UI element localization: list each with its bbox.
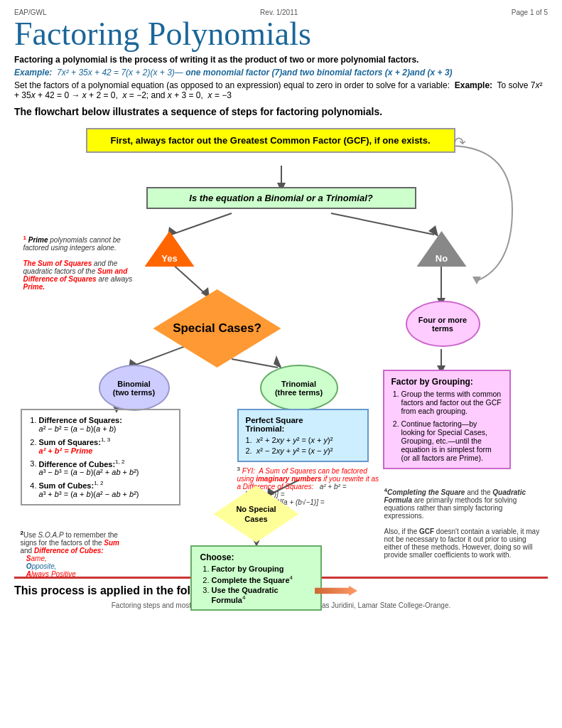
binomial-item-1: Difference of Squares: a² − b² = (a − b)… xyxy=(39,416,173,433)
yes-label: Yes xyxy=(145,231,195,267)
choose-title: Choose: xyxy=(200,552,312,562)
always-positive: Positive xyxy=(51,570,76,578)
binomial-label: Binomial xyxy=(113,380,155,388)
binomial-sublabel: (two terms) xyxy=(113,388,155,397)
intro-example: Example: 7x² + 35x + 42 = 7(x + 2)(x + 3… xyxy=(14,68,548,77)
intro-line1: Factoring a polynomial is the process of… xyxy=(14,55,548,65)
no-special-cases-diamond: No SpecialCases xyxy=(214,486,299,542)
intro-set: Set the factors of a polynomial equation… xyxy=(14,80,548,100)
trinomial-oval: Trinomial (three terms) xyxy=(260,365,338,411)
footnote2: 2Use S.O.A.P to remember the signs for t… xyxy=(21,530,131,578)
perfect-square-box: Perfect SquareTrinomial: 1. x² + 2xy + y… xyxy=(237,409,372,462)
gcf-text: First, always factor out the Greatest Co… xyxy=(110,135,430,146)
perfect-square-title: Perfect SquareTrinomial: xyxy=(246,416,360,433)
grouping-box: Factor by Grouping: Group the terms with… xyxy=(383,370,511,469)
footnote1: 1 Prime polynomials cannot be factored u… xyxy=(23,235,134,291)
trinomial-label: Trinomial xyxy=(275,380,323,388)
grouping-title: Factor by Grouping: xyxy=(391,377,502,387)
footnote4: 4Completing the Square and the Quadratic… xyxy=(384,487,544,559)
binomial-list: Difference of Squares: a² − b² = (a − b)… xyxy=(21,409,180,505)
header-right: Page 1 of 5 xyxy=(512,9,548,16)
flowchart-heading: The flowchart below illustrates a sequen… xyxy=(14,106,548,117)
four-terms-label: Four or more xyxy=(418,316,467,324)
binomial-item-3: Difference of Cubes:1, 2 a³ − b³ = (a − … xyxy=(39,459,173,477)
perfect-sq-item1: 1. x² + 2xy + y² = (x + y)² xyxy=(246,436,360,444)
gcf-loop-arrow: ↷ xyxy=(454,134,466,151)
perfect-sq-item2: 2. x² − 2xy + y² = (x − y)² xyxy=(246,446,360,455)
choose-item3: Use the QuadraticFormula4 xyxy=(212,586,312,604)
trinomial-sublabel: (three terms) xyxy=(275,388,323,397)
binomial-item-4: Sum of Cubes:1, 2 a³ + b³ = (a + b)(a² −… xyxy=(39,480,173,498)
page-title: Factoring Polynomials xyxy=(14,18,548,50)
binomial-oval: Binomial (two terms) xyxy=(99,365,170,411)
choose-item2: Complete the Square4 xyxy=(212,574,312,584)
choose-box: Choose: Factor by Grouping Complete the … xyxy=(190,545,333,611)
gcf-box: First, always factor out the Greatest Co… xyxy=(86,128,455,153)
special-cases-diamond: Special Cases? xyxy=(153,289,281,368)
question-box: Is the equation a Binomial or a Trinomia… xyxy=(146,187,416,209)
grouping-item-2: Continue factoring—by looking for Specia… xyxy=(401,419,502,462)
no-label: No xyxy=(417,231,467,267)
no-special-label: No SpecialCases xyxy=(229,490,283,539)
grouping-item-1: Group the terms with common factors and … xyxy=(401,390,502,415)
binomial-item-2: Sum of Squares:1, 3 a² + b² = Prime xyxy=(39,437,173,455)
four-terms-sublabel: terms xyxy=(418,324,467,333)
svg-marker-2 xyxy=(472,277,481,284)
choose-item1: Factor by Grouping xyxy=(212,564,312,573)
four-terms-oval: Four or more terms xyxy=(406,301,480,347)
flowchart: First, always factor out the Greatest Co… xyxy=(15,124,548,565)
